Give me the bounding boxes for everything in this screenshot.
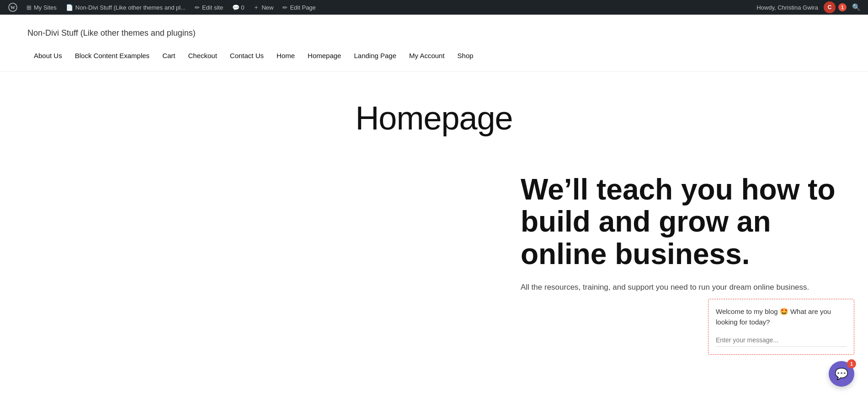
edit-site-icon: ✏ — [195, 4, 200, 11]
site-name-button[interactable]: 📄 Non-Divi Stuff (Like other themes and … — [61, 0, 190, 15]
edit-site-label: Edit site — [202, 4, 223, 11]
nav-cart[interactable]: Cart — [156, 49, 181, 62]
comments-count: 0 — [241, 4, 244, 11]
nav-my-account[interactable]: My Account — [403, 49, 451, 62]
site-name-label: Non-Divi Stuff (Like other themes and pl… — [75, 4, 186, 11]
nav-landing-page[interactable]: Landing Page — [347, 49, 403, 62]
avatar-initial: C — [828, 4, 832, 11]
howdy-text: Howdy, Christina Gwira — [753, 4, 822, 11]
site-title[interactable]: Non-Divi Stuff (Like other themes and pl… — [27, 28, 841, 38]
plus-icon: ＋ — [253, 3, 259, 11]
search-icon[interactable]: 🔍 — [848, 3, 864, 11]
comments-button[interactable]: 💬 0 — [228, 0, 249, 15]
edit-page-button[interactable]: ✏ Edit Page — [278, 0, 320, 15]
my-sites-label: My Sites — [34, 4, 57, 11]
nav-checkout[interactable]: Checkout — [181, 49, 223, 62]
edit-site-button[interactable]: ✏ Edit site — [190, 0, 228, 15]
nav-homepage[interactable]: Homepage — [301, 49, 347, 62]
site-header: Non-Divi Stuff (Like other themes and pl… — [0, 15, 868, 72]
site-icon: 📄 — [66, 4, 73, 11]
my-sites-button[interactable]: ⊞ My Sites — [22, 0, 61, 15]
new-label: New — [261, 4, 273, 11]
notification-badge: 1 — [838, 3, 847, 11]
site-wrapper: Non-Divi Stuff (Like other themes and pl… — [0, 15, 868, 293]
comment-icon: 💬 — [232, 4, 240, 11]
nav-block-content[interactable]: Block Content Examples — [69, 49, 156, 62]
nav-shop[interactable]: Shop — [451, 49, 480, 62]
nav-about-us[interactable]: About Us — [27, 49, 69, 62]
hero-subtext: All the resources, training, and support… — [521, 281, 841, 293]
edit-page-icon: ✏ — [282, 4, 288, 11]
my-sites-icon: ⊞ — [27, 4, 32, 11]
hero-section: We’ll teach you how to build and grow an… — [27, 173, 841, 293]
avatar[interactable]: C — [824, 1, 836, 13]
site-main: Homepage We’ll teach you how to build an… — [0, 72, 868, 293]
wp-logo-button[interactable]: W — [4, 0, 22, 15]
svg-text:W: W — [11, 5, 16, 10]
admin-bar: W ⊞ My Sites 📄 Non-Divi Stuff (Like othe… — [0, 0, 868, 15]
hero-heading: We’ll teach you how to build and grow an… — [521, 173, 841, 270]
edit-page-label: Edit Page — [290, 4, 315, 11]
nav-home[interactable]: Home — [270, 49, 301, 62]
new-content-button[interactable]: ＋ New — [249, 0, 278, 15]
site-nav: About Us Block Content Examples Cart Che… — [27, 49, 841, 62]
page-title: Homepage — [27, 99, 841, 137]
hero-text-block: We’ll teach you how to build and grow an… — [521, 173, 841, 293]
nav-contact-us[interactable]: Contact Us — [224, 49, 270, 62]
